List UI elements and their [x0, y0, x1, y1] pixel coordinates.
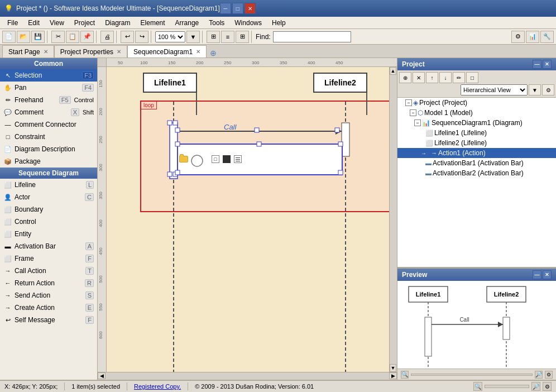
menu-project[interactable]: Project	[69, 17, 100, 28]
menu-view[interactable]: View	[45, 17, 69, 28]
copy-button[interactable]: 📋	[66, 31, 79, 43]
preview-close-btn[interactable]: ✕	[543, 270, 552, 279]
grid-btn[interactable]: ⊞	[236, 31, 249, 43]
tool-send-action[interactable]: → Send Action S	[0, 289, 97, 302]
tree-item-project[interactable]: − ◈ Project (Project)	[397, 98, 556, 108]
tool-entity[interactable]: ⬜ Entity	[0, 228, 97, 240]
tree-item-lifeline1[interactable]: ⬜ Lifeline1 (Lifeline)	[397, 128, 556, 138]
zoom-select[interactable]: 100 % 75 % 150 %	[155, 31, 185, 42]
tool-freehand[interactable]: ✏ Freehand F5 Control	[0, 94, 97, 106]
proj-tb-add[interactable]: ⊕	[399, 72, 411, 83]
tool-frame[interactable]: ⬜ Frame F	[0, 252, 97, 265]
toggle-off[interactable]: □	[212, 155, 219, 163]
undo-button[interactable]: ↩	[121, 31, 134, 43]
menu-element[interactable]: Element	[136, 17, 170, 28]
preview-minimize-btn[interactable]: —	[533, 270, 541, 279]
proj-tb-diagram[interactable]: □	[466, 72, 478, 83]
tool-call-action[interactable]: → Call Action T	[0, 265, 97, 277]
redo-button[interactable]: ↪	[135, 31, 148, 43]
expand-project[interactable]: −	[405, 99, 412, 106]
scroll-left-btn[interactable]: ◀	[98, 372, 106, 379]
zoom-settings-btn[interactable]: ⚙	[543, 382, 552, 391]
align-btn[interactable]: ≡	[221, 31, 234, 43]
maximize-button[interactable]: □	[232, 3, 243, 14]
panel-close-btn[interactable]: ✕	[543, 60, 552, 69]
proj-tb-delete[interactable]: ✕	[413, 72, 425, 83]
zoom-slider[interactable]	[411, 374, 533, 376]
horizontal-scrollbar[interactable]: ◀ ▶	[98, 372, 397, 380]
tool-comment[interactable]: 💬 Comment X Shift	[0, 106, 97, 118]
tool-package[interactable]: 📦 Package	[0, 155, 97, 168]
tab-project-properties-close[interactable]: ✕	[117, 49, 121, 55]
expand-diagram[interactable]: −	[414, 119, 421, 126]
tree-item-model[interactable]: − ⬡ Model 1 (Model)	[397, 108, 556, 118]
tool-return-action[interactable]: ← Return Action R	[0, 277, 97, 289]
preview-zoom-out[interactable]: 🔍	[401, 371, 409, 379]
tree-item-action1[interactable]: → → Action1 (Action)	[397, 148, 556, 158]
cut-button[interactable]: ✂	[51, 31, 65, 43]
menu-file[interactable]: File	[2, 17, 23, 28]
tab-project-properties[interactable]: Project Properties ✕	[54, 45, 127, 58]
zoom-out-btn[interactable]: 🔍	[473, 382, 482, 391]
black-square[interactable]	[223, 155, 231, 163]
tree-item-activbar1[interactable]: ▬ ActivationBar1 (Activation Bar)	[397, 158, 556, 168]
fragment-boundary[interactable]: loop	[140, 101, 389, 212]
menu-diagram[interactable]: Diagram	[100, 17, 135, 28]
preview-zoom-in[interactable]: 🔎	[535, 371, 543, 379]
tool-constraint[interactable]: □ Constraint	[0, 131, 97, 143]
tab-start-page[interactable]: Start Page ✕	[2, 45, 54, 58]
proj-tb-up[interactable]: ↑	[426, 72, 438, 83]
view-filter-btn[interactable]: ▼	[529, 84, 541, 95]
view-settings-btn[interactable]: ⚙	[542, 84, 554, 95]
tool-control[interactable]: ⬜ Control	[0, 216, 97, 228]
tool-lifeline[interactable]: ⬜ Lifeline L	[0, 179, 97, 191]
print-button[interactable]: 🖨	[100, 31, 114, 43]
open-button[interactable]: 📂	[17, 31, 30, 43]
tab-sequence-diagram[interactable]: SequenceDiagram1 ✕	[127, 45, 207, 58]
scroll-down-btn[interactable]: ▼	[390, 364, 396, 372]
tool-pan[interactable]: ✋ Pan F4	[0, 82, 97, 94]
menu-windows[interactable]: Windows	[229, 17, 267, 28]
menu-arrange[interactable]: Arrange	[170, 17, 204, 28]
zoom-in-btn[interactable]: 🔎	[531, 382, 540, 391]
view-mode-select[interactable]: Hierarchical View	[461, 84, 528, 95]
zoom-dropdown-btn[interactable]: ▼	[186, 31, 200, 43]
menu-help[interactable]: Help	[267, 17, 291, 28]
lifeline1[interactable]: Lifeline1	[143, 73, 197, 115]
proj-tb-edit[interactable]: ✏	[453, 72, 465, 83]
tool-actor[interactable]: 👤 Actor C	[0, 191, 97, 203]
tab-start-page-close[interactable]: ✕	[44, 49, 48, 55]
proj-tb-down[interactable]: ↓	[439, 72, 452, 83]
registered-copy-link[interactable]: Registered Copy.	[134, 383, 181, 390]
fit-btn[interactable]: ⊞	[207, 31, 220, 43]
right-toolbar-btn2[interactable]: 📊	[526, 31, 539, 43]
preview-settings-btn[interactable]: ⚙	[545, 371, 553, 379]
tool-activation-bar[interactable]: ▬ Activation Bar A	[0, 240, 97, 252]
menu-lines-icon[interactable]	[234, 155, 242, 163]
tool-diagram-description[interactable]: 📄 Diagram Description	[0, 143, 97, 155]
diagram-canvas[interactable]: loop Lifeline1 Lifeline2	[107, 67, 389, 372]
save-button[interactable]: 💾	[31, 31, 45, 43]
scroll-up-btn[interactable]: ▲	[390, 67, 396, 75]
tool-self-message[interactable]: ↩ Self Message F	[0, 314, 97, 326]
tab-sequence-diagram-close[interactable]: ✕	[196, 49, 200, 55]
right-toolbar-btn3[interactable]: 🔧	[540, 31, 554, 43]
menu-tools[interactable]: Tools	[204, 17, 229, 28]
tool-comment-connector[interactable]: — Comment Connector	[0, 118, 97, 131]
tool-selection[interactable]: ↖ Selection F3	[0, 69, 97, 82]
panel-minimize-btn[interactable]: —	[533, 60, 541, 69]
scroll-right-btn[interactable]: ▶	[389, 372, 397, 379]
lifeline2[interactable]: Lifeline2	[313, 73, 367, 115]
tool-create-action[interactable]: → Create Action E	[0, 302, 97, 314]
add-tab-button[interactable]: ⊕	[207, 49, 220, 58]
expand-model[interactable]: −	[410, 109, 416, 116]
paste-button[interactable]: 📌	[80, 31, 94, 43]
tool-boundary[interactable]: ⬜ Boundary	[0, 203, 97, 216]
tree-item-activbar2[interactable]: ▬ ActivationBar2 (Activation Bar)	[397, 168, 556, 178]
tree-item-lifeline2[interactable]: ⬜ Lifeline2 (Lifeline)	[397, 138, 556, 148]
close-button[interactable]: ✕	[245, 3, 256, 14]
zoom-slider-bar[interactable]	[485, 385, 529, 388]
menu-edit[interactable]: Edit	[23, 17, 45, 28]
tree-item-diagram[interactable]: − 📊 SequenceDiagram1 (Diagram)	[397, 118, 556, 128]
right-toolbar-btn1[interactable]: ⚙	[511, 31, 525, 43]
